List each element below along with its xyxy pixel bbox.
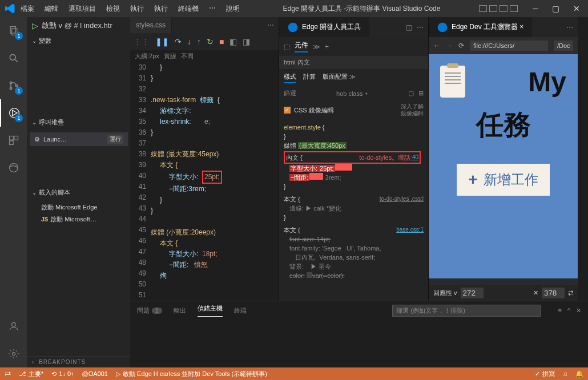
drag-handle-icon[interactable]: ⋮⋮	[134, 37, 150, 46]
clear-icon[interactable]: ≡	[558, 307, 561, 314]
add-task-button[interactable]: + 新增工作	[457, 164, 549, 196]
menu-file[interactable]: 檔案	[16, 2, 39, 16]
tab-computed[interactable]: 計算	[303, 72, 316, 83]
activity-account[interactable]	[0, 313, 27, 340]
tab-styles[interactable]: 様式	[284, 72, 296, 83]
menu-selection[interactable]: 選取項目	[64, 2, 100, 16]
toolbar-btn[interactable]: ◧	[229, 37, 237, 46]
debug-status[interactable]: ▷ 啟動 Edge H earless 並附加 Dev Tools (示範待辦事…	[116, 370, 267, 378]
tab-elements[interactable]: 元件	[295, 41, 308, 52]
breadcrumb[interactable]: 大綱:2px 實線 不同	[130, 50, 279, 62]
activity-settings[interactable]	[0, 340, 27, 367]
inspect-icon[interactable]: ⬚	[284, 43, 290, 51]
panel-filter[interactable]: 篩選 (例如文字，！排除)	[392, 305, 541, 317]
layout-btn-1[interactable]	[479, 5, 487, 12]
layout-btn-3[interactable]	[500, 5, 508, 12]
activity-debug[interactable]: 1	[0, 99, 27, 127]
breakpoints-header[interactable]: › BREAKPOINTS	[27, 356, 130, 367]
hov-cls[interactable]: hob class +	[301, 90, 404, 97]
tab-terminal[interactable]: 終端	[234, 306, 247, 315]
add-tab[interactable]: +	[325, 43, 329, 51]
dom-breadcrumb[interactable]: html 內文	[279, 56, 428, 69]
plus-icon: +	[468, 171, 477, 189]
code-lines[interactable]: } } .new-task-form 標籤 { 游標:文字: lex-shrin…	[151, 62, 279, 301]
spell-status[interactable]: ✓ 拼寫	[535, 370, 555, 378]
width-input[interactable]	[461, 288, 484, 298]
tab-problems[interactable]: 問題 1	[137, 306, 162, 315]
menu-help[interactable]: 說明	[221, 2, 244, 16]
more-icon[interactable]: ⋯	[267, 21, 274, 29]
callstack-header[interactable]: ⌄ 呼叫堆疊	[27, 116, 130, 129]
height-input[interactable]	[542, 288, 565, 298]
step-out-button[interactable]: ↑	[197, 37, 201, 46]
script-item[interactable]: JS啟動 Microsoft…	[30, 213, 128, 225]
learn-more-link[interactable]: 深入了解	[401, 103, 424, 110]
styles-rules[interactable]: element.style { } 媒體 (最大寬度:450px 內文 { to…	[279, 120, 428, 282]
editor-tab-styles[interactable]: styles.css	[130, 17, 172, 33]
svg-rect-9	[10, 136, 14, 140]
notifications-icon[interactable]: 🔔	[575, 370, 583, 378]
more-tabs[interactable]: ≫	[313, 43, 320, 51]
maximize-panel-icon[interactable]: ^	[567, 307, 570, 314]
url-bar[interactable]: file:///C:/Users/	[470, 41, 548, 51]
branch-status[interactable]: ⎇ 主要*	[19, 370, 43, 378]
pause-button[interactable]: ❚❚	[155, 37, 169, 46]
script-item[interactable]: 啟動 Microsoft Edge	[30, 201, 128, 213]
activity-edge[interactable]	[0, 154, 27, 181]
split-icon[interactable]: ◫	[406, 23, 412, 31]
menu-edit[interactable]: 編輯	[40, 2, 63, 16]
activity-search[interactable]	[0, 45, 27, 72]
horizontal-scrollbar[interactable]	[429, 278, 578, 285]
forward-button[interactable]: →	[446, 42, 453, 50]
tab-output[interactable]: 輸出	[174, 306, 186, 315]
menu-view[interactable]: 檢視	[102, 2, 124, 16]
feedback-icon[interactable]: ♫	[563, 370, 567, 378]
activity-source-control[interactable]: 1	[0, 72, 27, 99]
menu-more[interactable]: ⋯	[204, 2, 220, 16]
callstack-item[interactable]: ⚙ Launc… 運行	[30, 132, 128, 146]
tab-layout[interactable]: 版面配置 ≫	[323, 72, 356, 83]
restart-button[interactable]: ↻	[207, 37, 214, 46]
menu-terminal[interactable]: 終端機	[174, 2, 203, 16]
browser-tab[interactable]: Edge Dev 工具瀏覽器 ×	[429, 17, 532, 37]
sync-status[interactable]: ⟲ 1↓ 0↑	[51, 370, 74, 378]
svg-rect-10	[14, 136, 18, 140]
close-button[interactable]: ✕	[570, 3, 583, 14]
mirror-edit-link[interactable]: 鏡像編輯	[401, 110, 424, 117]
user-status[interactable]: @OA001	[82, 370, 108, 377]
close-panel-icon[interactable]: ✕	[576, 307, 581, 314]
step-into-button[interactable]: ↓	[187, 37, 191, 46]
menu-run[interactable]: 執行	[150, 2, 172, 16]
stop-button[interactable]: ■	[219, 37, 224, 46]
page-preview[interactable]: My 任務 + 新增工作	[429, 54, 578, 278]
layout-btn-4[interactable]	[510, 5, 518, 12]
bottom-panel: 問題 1 輸出 偵錯主機 終端 篩選 (例如文字，！排除) ≡ ^ ✕	[130, 301, 588, 367]
js-icon: JS	[41, 216, 48, 223]
more-icon[interactable]: ⋯	[417, 23, 424, 31]
remote-indicator[interactable]: ⮂	[5, 370, 11, 377]
explorer-badge: 1	[15, 32, 23, 40]
step-over-button[interactable]: ↷	[175, 37, 182, 46]
layout-btn-2[interactable]	[489, 5, 497, 12]
responsive-label[interactable]: 回應性 v	[433, 289, 457, 297]
new-rule-icon[interactable]: ▢	[408, 90, 414, 97]
url-suffix: /Doc	[554, 41, 573, 51]
minimize-button[interactable]: ─	[529, 3, 542, 14]
activity-extensions[interactable]	[0, 127, 27, 154]
toolbar-btn[interactable]: ◨	[243, 37, 250, 46]
code-body[interactable]: 3031323334353637383940414243444546474849…	[130, 62, 279, 301]
more-icon[interactable]: ⋯	[566, 23, 573, 31]
variables-header[interactable]: ⌄ 變數	[27, 34, 130, 47]
debug-config-header[interactable]: ▷ 啟動 v @ # l index.htr	[27, 17, 130, 34]
devtools-tab[interactable]: Edge 開發人員工具	[279, 17, 369, 37]
flex-icon[interactable]: ⊞	[418, 90, 424, 97]
maximize-button[interactable]: ▢	[549, 3, 563, 14]
activity-explorer[interactable]: 1	[0, 17, 27, 45]
tab-debug-console[interactable]: 偵錯主機	[198, 304, 223, 317]
mirror-checkbox[interactable]: ✓	[284, 107, 291, 114]
menu-go[interactable]: 執行	[126, 2, 148, 16]
reload-button[interactable]: ⟳	[458, 42, 464, 50]
scripts-header[interactable]: ⌄ 載入的腳本	[27, 186, 130, 199]
back-button[interactable]: ←	[433, 42, 440, 50]
rotate-icon[interactable]: ⇄	[568, 289, 573, 297]
